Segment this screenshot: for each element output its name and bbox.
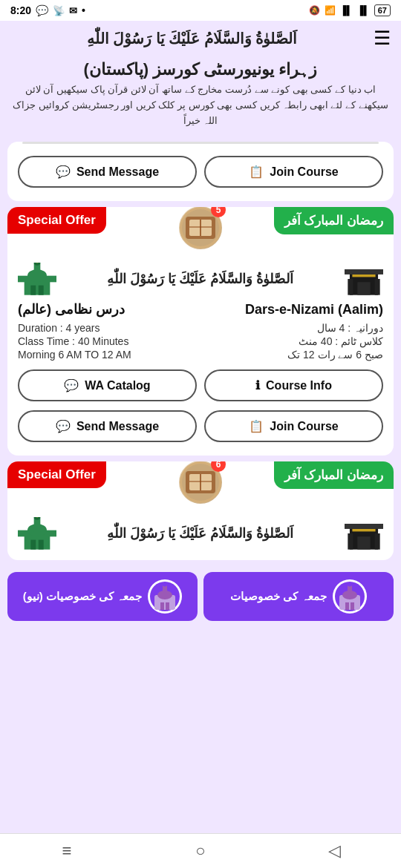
subtitle-urdu: اب دنیا کے کسی بھی کونے سے دُرست مخارج ک… <box>10 82 391 128</box>
battery-icon: 67 <box>374 4 391 16</box>
whatsapp-icon: 💬 <box>36 4 48 16</box>
svg-rect-29 <box>30 540 36 550</box>
friday-card-label-1: جمعہ کی خصوصیات (نیو) <box>23 590 143 603</box>
join-course-button-2[interactable]: 📋 Join Course <box>204 410 383 442</box>
svg-rect-34 <box>357 537 370 550</box>
ramadan-tag-1: رمضان المبارک آفر <box>274 207 394 234</box>
svg-rect-50 <box>345 602 349 610</box>
wa-catalog-label: WA Catalog <box>85 379 150 392</box>
detail-en-1-1: Class Time : 40 Minutes <box>18 335 128 347</box>
special-offer-tag-1: Special Offer <box>7 207 106 234</box>
course-title-ur-1: درس نظامی (عالم) <box>18 301 125 318</box>
notepad-icon-2: 📋 <box>249 419 264 433</box>
svg-rect-44 <box>166 602 169 610</box>
offer-banner-1: Special Offer <box>7 207 394 234</box>
signal1-icon: ▐▌ <box>340 5 353 16</box>
detail-row-1-2: Morning 6 AM TO 12 AM صبح 6 سے رات 12 تک <box>18 349 383 361</box>
offer-banner-2: Special Offer <box>7 461 394 489</box>
arabic-calligraphy-1: اَلصَّلوٰةُ وَالسَّلَامُ عَلَيْكَ يَا رَ… <box>56 271 345 287</box>
friday-card-2[interactable]: جمعہ کی خصوصیات <box>203 572 394 621</box>
offer-center-wrapper-1: 5 <box>177 207 224 251</box>
mosque-left-icon-2 <box>18 517 56 550</box>
course-info-button[interactable]: ℹ Course Info <box>204 369 383 401</box>
scroll-area: 💬 Send Message 📋 Join Course Special Off… <box>0 142 401 725</box>
detail-en-1-2: Morning 6 AM TO 12 AM <box>18 349 131 361</box>
nav-menu-button[interactable]: ≡ <box>0 834 134 868</box>
svg-rect-15 <box>357 283 370 295</box>
ramadan-tag-2: رمضان المبارک آفر <box>274 461 394 489</box>
special-offer-tag-2: Special Offer <box>7 461 106 488</box>
info-icon: ℹ <box>255 378 260 392</box>
mosque-left-icon-1 <box>18 263 56 295</box>
wa-catalog-button[interactable]: 💬 WA Catalog <box>18 369 197 401</box>
wifi-icon: 📶 <box>325 5 336 16</box>
whatsapp-icon-1: 💬 <box>56 165 71 179</box>
friday-card-icon-2 <box>333 579 367 614</box>
mosque-right-icon-1 <box>345 263 383 295</box>
dot-icon: • <box>82 4 85 16</box>
card-divider <box>22 142 379 144</box>
course-info-label: Course Info <box>266 379 332 392</box>
friday-cards: جمعہ کی خصوصیات (نیو) جمعہ کی خصوصیات <box>0 566 401 627</box>
svg-point-49 <box>348 583 352 587</box>
friday-card-icon-1 <box>148 579 182 614</box>
send-message-button-2[interactable]: 💬 Send Message <box>18 410 197 442</box>
svg-rect-43 <box>160 602 164 610</box>
card-1-btn-row-2: 💬 Send Message 📋 Join Course <box>7 404 394 445</box>
svg-rect-35 <box>345 524 383 529</box>
detail-ur-1-1: کلاس ٹائم : 40 منٹ <box>299 335 383 347</box>
send-message-label-2: Send Message <box>76 420 159 433</box>
top-header: اَلصَّلوٰةُ وَالسَّلَامُ عَلَيْكَ يَا رَ… <box>0 21 401 56</box>
header-arabic: اَلصَّلوٰةُ وَالسَّلَامُ عَلَيْكَ يَا رَ… <box>10 30 374 47</box>
third-card: Special Offer <box>7 461 394 560</box>
detail-ur-1-2: صبح 6 سے رات 12 تک <box>287 349 383 361</box>
join-course-label-1: Join Course <box>270 165 338 179</box>
status-bar: 8:20 💬 📡 ✉ • 🔕 📶 ▐▌ ▐▌ 67 <box>0 0 401 21</box>
muted-icon: 🔕 <box>309 5 320 16</box>
arabic-calligraphy-2: اَلصَّلوٰةُ وَالسَّلَامُ عَلَيْكَ يَا رَ… <box>56 525 345 542</box>
svg-rect-11 <box>39 286 44 295</box>
svg-rect-10 <box>30 286 36 295</box>
notepad-icon-1: 📋 <box>249 165 264 179</box>
main-title: زہراء یونیورسٹی کورسز (پاکستان) <box>10 60 391 79</box>
signal2-icon: ▐▌ <box>357 5 370 16</box>
status-right: 🔕 📶 ▐▌ ▐▌ 67 <box>309 4 391 16</box>
svg-rect-14 <box>352 274 375 277</box>
badge-count-1: 5 <box>211 207 226 217</box>
first-card-btn-row: 💬 Send Message 📋 Join Course <box>7 150 394 191</box>
friday-card-1[interactable]: جمعہ کی خصوصیات (نیو) <box>7 572 198 621</box>
course-title-row-1: Dars-e-Nizami (Aalim) درس نظامی (عالم) <box>7 295 394 319</box>
nav-home-button[interactable]: ○ <box>134 834 267 868</box>
mosque-row-2: اَلصَّلوٰةُ وَالسَّلَامُ عَلَيْكَ يَا رَ… <box>7 511 394 550</box>
svg-rect-37 <box>375 533 380 550</box>
title-section: زہراء یونیورسٹی کورسز (پاکستان) اب دنیا … <box>0 56 401 136</box>
join-course-button-1[interactable]: 📋 Join Course <box>204 156 383 188</box>
send-message-button-1[interactable]: 💬 Send Message <box>18 156 197 188</box>
whatsapp-icon-2: 💬 <box>64 378 79 392</box>
broadcast-icon: 📡 <box>53 5 65 16</box>
gmail-icon: ✉ <box>69 5 77 16</box>
friday-card-label-2: جمعہ کی خصوصیات <box>230 590 326 603</box>
nav-back-button[interactable]: ◁ <box>267 834 401 868</box>
svg-rect-33 <box>352 529 375 531</box>
dars-e-nizami-card: Special Offer <box>7 207 394 456</box>
detail-row-1-1: Class Time : 40 Minutes کلاس ٹائم : 40 م… <box>18 335 383 347</box>
svg-rect-36 <box>348 533 353 550</box>
time: 8:20 <box>10 4 31 16</box>
menu-icon[interactable]: ☰ <box>374 27 391 50</box>
badge-count-2: 6 <box>211 461 226 472</box>
bottom-nav: ≡ ○ ◁ <box>0 833 401 868</box>
course-title-en-1: Dars-e-Nizami (Aalim) <box>245 302 383 318</box>
svg-rect-51 <box>351 602 354 610</box>
mosque-row-1: اَلصَّلوٰةُ وَالسَّلَامُ عَلَيْكَ يَا رَ… <box>7 257 394 295</box>
card-1-btn-row-1: 💬 WA Catalog ℹ Course Info <box>7 364 394 404</box>
send-message-label-1: Send Message <box>76 165 159 179</box>
detail-en-1-0: Duration : 4 years <box>18 322 100 334</box>
svg-point-42 <box>163 583 167 587</box>
mosque-right-icon-2 <box>345 517 383 550</box>
svg-rect-18 <box>375 279 380 295</box>
join-course-label-2: Join Course <box>270 420 338 433</box>
svg-rect-30 <box>39 540 44 550</box>
whatsapp-icon-3: 💬 <box>56 419 71 433</box>
svg-rect-17 <box>348 279 353 295</box>
